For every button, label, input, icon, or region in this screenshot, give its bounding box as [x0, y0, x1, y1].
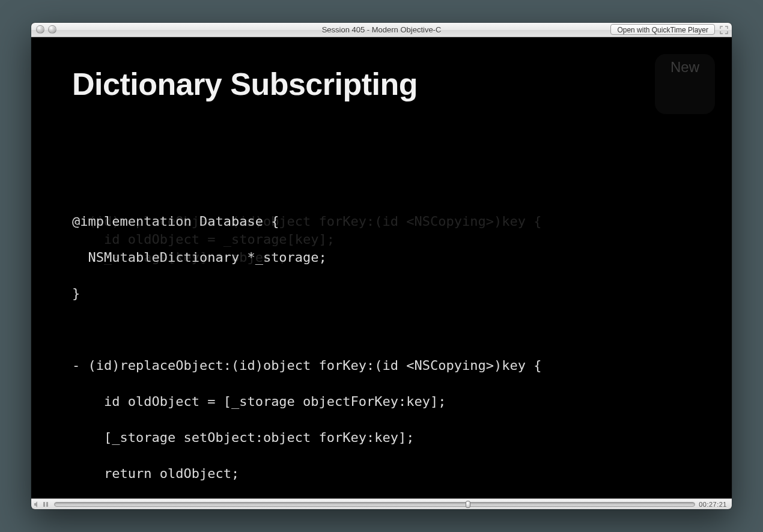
titlebar: Session 405 - Modern Objective-C Open wi…	[31, 23, 732, 37]
slide-title: Dictionary Subscripting	[72, 66, 691, 102]
svg-rect-0	[43, 502, 45, 507]
playhead[interactable]	[466, 501, 470, 508]
open-with-button[interactable]: Open with QuickTime Player	[610, 24, 715, 35]
code-line: return oldObject;	[72, 466, 239, 481]
code-line: id oldObject = [_storage objectForKey:ke…	[72, 394, 446, 409]
new-badge-label: New	[670, 59, 699, 76]
code-line: NSMutableDictionary *_storage;	[72, 250, 327, 265]
ghost-code-line: id oldObject = _storage[key];	[72, 231, 335, 249]
video-content-area[interactable]: New Dictionary Subscripting - (id)replac…	[31, 37, 732, 498]
volume-icon[interactable]	[34, 501, 41, 508]
code-block: - (id)replaceObject:(id)object forKey:(i…	[72, 141, 691, 498]
pause-button[interactable]	[42, 501, 49, 508]
progress-track[interactable]	[54, 502, 695, 507]
code-line: }	[72, 286, 80, 301]
player-controls: 00:27:21	[31, 498, 732, 509]
traffic-lights	[36, 25, 56, 34]
code-line: @implementation Database {	[72, 214, 279, 229]
slide: New Dictionary Subscripting - (id)replac…	[31, 37, 732, 498]
timecode: 00:27:21	[699, 501, 729, 508]
zoom-button[interactable]	[48, 25, 56, 34]
code-line: - (id)replaceObject:(id)object forKey:(i…	[72, 358, 541, 373]
svg-rect-1	[46, 502, 48, 507]
fullscreen-icon[interactable]	[720, 26, 728, 34]
quicklook-window: Session 405 - Modern Objective-C Open wi…	[31, 23, 732, 509]
code-line: [_storage setObject:object forKey:key];	[72, 430, 415, 445]
close-button[interactable]	[36, 25, 44, 34]
new-badge: New	[655, 54, 715, 114]
